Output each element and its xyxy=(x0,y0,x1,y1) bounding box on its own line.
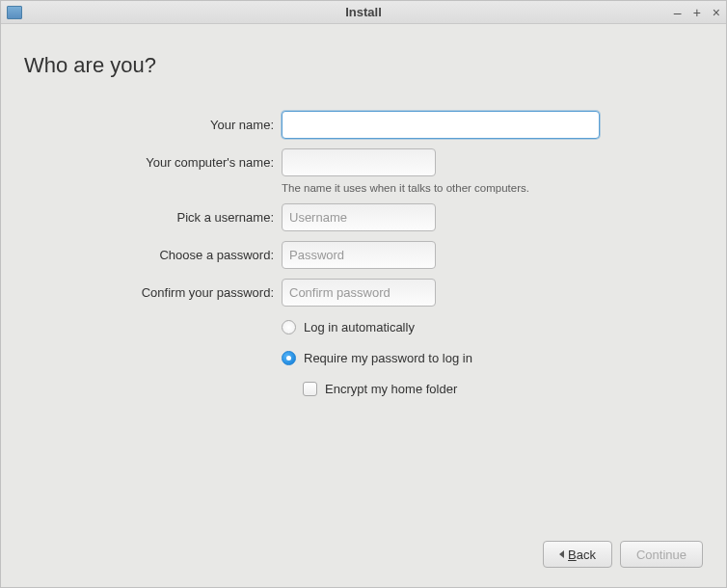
back-button-label: Back xyxy=(568,548,596,562)
computer-hint: The name it uses when it talks to other … xyxy=(282,182,703,194)
computer-label: Your computer's name: xyxy=(24,155,282,170)
name-label: Your name: xyxy=(24,118,282,132)
password-input[interactable] xyxy=(282,241,436,269)
close-icon[interactable]: × xyxy=(713,6,720,19)
password-label: Choose a password: xyxy=(24,248,282,262)
page-title: Who are you? xyxy=(24,53,703,78)
encrypt-home-label: Encrypt my home folder xyxy=(325,382,457,396)
continue-button-label: Continue xyxy=(636,548,687,562)
auto-login-label: Log in automatically xyxy=(304,320,415,334)
auto-login-option[interactable]: Log in automatically xyxy=(282,316,703,337)
install-window: Install – + × Who are you? Your name: Yo… xyxy=(0,0,727,588)
continue-button[interactable]: Continue xyxy=(620,541,703,568)
username-input[interactable] xyxy=(282,203,436,231)
computer-name-input[interactable] xyxy=(282,148,436,176)
minimize-icon[interactable]: – xyxy=(674,6,682,19)
chevron-left-icon xyxy=(559,550,564,558)
encrypt-home-option[interactable]: Encrypt my home folder xyxy=(303,378,703,399)
radio-icon[interactable] xyxy=(282,320,296,334)
titlebar[interactable]: Install – + × xyxy=(1,1,726,24)
window-title: Install xyxy=(1,5,726,19)
footer-buttons: Back Continue xyxy=(24,521,703,568)
window-controls: – + × xyxy=(674,6,720,19)
require-password-option[interactable]: Require my password to log in xyxy=(282,347,703,368)
name-input[interactable] xyxy=(282,111,600,139)
back-button[interactable]: Back xyxy=(543,541,612,568)
radio-icon[interactable] xyxy=(282,351,296,365)
confirm-label: Confirm your password: xyxy=(24,285,282,300)
user-form: Your name: Your computer's name: The nam… xyxy=(24,111,703,399)
app-icon xyxy=(7,6,22,19)
username-label: Pick a username: xyxy=(24,210,282,225)
maximize-icon[interactable]: + xyxy=(693,6,701,19)
confirm-password-input[interactable] xyxy=(282,279,436,307)
require-password-label: Require my password to log in xyxy=(304,351,472,365)
content-area: Who are you? Your name: Your computer's … xyxy=(1,24,726,587)
checkbox-icon[interactable] xyxy=(303,382,317,396)
